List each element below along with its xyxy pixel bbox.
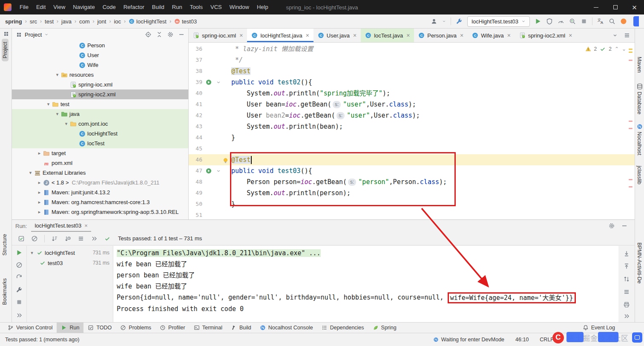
menu-help[interactable]: Help: [253, 0, 272, 14]
editor-tab-lochighttest-java[interactable]: ClocHightTest.java×: [247, 29, 313, 42]
project-row-external-libraries[interactable]: ▾External Libraries: [12, 168, 188, 178]
chevron-expanded-icon[interactable]: ▾: [45, 101, 52, 107]
breadcrumb-test[interactable]: test: [45, 18, 54, 25]
database-icon[interactable]: [636, 83, 643, 90]
chevron-collapsed-icon[interactable]: ▸: [36, 150, 43, 156]
test-tree-row-lochighttest[interactable]: ▾locHightTest731 ms: [27, 248, 113, 258]
test-options-icon[interactable]: [78, 235, 84, 242]
code-line-50[interactable]: 50 }: [189, 199, 635, 210]
fold-marker-icon[interactable]: [214, 165, 223, 176]
project-row-maven-org-springframework-spring-aop-5-3-10-rel[interactable]: ▸Maven: org.springframework:spring-aop:5…: [12, 207, 188, 217]
collapse-all-icon[interactable]: [156, 31, 163, 38]
toolwindow-button-nocalhost-console[interactable]: Nocalhost Console: [256, 323, 317, 333]
next-problem-icon[interactable]: ⌄: [622, 46, 626, 52]
toolwindow-button-problems[interactable]: Problems: [116, 323, 155, 333]
code-line-46[interactable]: 46 @Test: [189, 154, 635, 165]
tool-strip-bpmn[interactable]: BPMN-Activiti-De: [636, 242, 642, 284]
toolwindow-button-todo[interactable]: TODO: [83, 323, 116, 333]
menu-code[interactable]: Code: [99, 0, 120, 14]
breadcrumb-lochighttest[interactable]: ClocHightTest: [129, 18, 167, 25]
locate-file-icon[interactable]: [145, 31, 152, 38]
close-tab-icon[interactable]: ×: [507, 32, 511, 39]
run-tab[interactable]: locHightTest.test03 ×: [31, 220, 91, 232]
tool-windows-icon[interactable]: [3, 30, 9, 37]
breadcrumb-test03[interactable]: mtest03: [174, 18, 197, 25]
code-line-47[interactable]: 47 public void test03(){: [189, 165, 635, 176]
close-window-button[interactable]: ✕: [625, 0, 644, 14]
editor-tab-person-java[interactable]: CPerson.java×: [414, 29, 468, 42]
breadcrumb-spring[interactable]: spring: [5, 18, 22, 25]
close-tab-icon[interactable]: ×: [353, 32, 356, 39]
minimize-window-button[interactable]: [586, 0, 606, 14]
test-settings-icon[interactable]: [16, 286, 23, 293]
toolwindow-button-build[interactable]: Build: [227, 323, 256, 333]
menu-build[interactable]: Build: [148, 0, 168, 14]
editor-options-icon[interactable]: [624, 32, 630, 39]
run-configuration-selector[interactable]: locHightTest.test03: [467, 16, 530, 27]
project-row-1-8[interactable]: ▸J< 1.8 >C:\Program Files\Java\jdk1.8.0_…: [12, 178, 188, 187]
tool-strip-nocalhost[interactable]: Nocalhost: [636, 132, 642, 156]
more-icon[interactable]: [623, 313, 630, 320]
toolwindow-button-version-control[interactable]: Version Control: [3, 323, 57, 333]
translate-plugin-chip[interactable]: [633, 16, 639, 26]
project-row-pom-xml[interactable]: mpom.xml: [12, 158, 188, 168]
project-row-user[interactable]: CUser: [12, 50, 188, 60]
stripe-mark[interactable]: [629, 128, 632, 129]
maximize-window-button[interactable]: [606, 0, 625, 14]
project-panel-title[interactable]: Project: [25, 32, 42, 38]
project-view-icon[interactable]: [15, 31, 22, 38]
code-editor[interactable]: 36 * lazy-init 懒加载设置37 */38 @Test39 publ…: [189, 43, 635, 219]
tool-strip-maven[interactable]: Maven: [636, 57, 642, 73]
editor-tab-wife-java[interactable]: CWife.java×: [468, 29, 515, 42]
gear-icon[interactable]: [167, 31, 174, 38]
chevron-collapsed-icon[interactable]: ▸: [36, 190, 43, 195]
code-line-43[interactable]: 43 System.out.println(bean);: [189, 121, 635, 132]
tool-strip-database[interactable]: Database: [636, 92, 642, 115]
nocalhost-icon[interactable]: [636, 123, 643, 130]
plugin-orange-icon[interactable]: [620, 18, 627, 25]
close-tab-icon[interactable]: ×: [84, 222, 88, 229]
test-tree-row-test03[interactable]: test03731 ms: [27, 258, 113, 268]
code-line-37[interactable]: 37 */: [189, 55, 635, 66]
run-anything-icon[interactable]: [569, 18, 576, 25]
stripe-mark[interactable]: [629, 121, 632, 122]
chevron-down-icon[interactable]: [44, 31, 49, 38]
stripe-warning-mark[interactable]: [629, 52, 632, 53]
soft-wrap-icon[interactable]: [623, 288, 630, 295]
build-wrench-icon[interactable]: [456, 18, 463, 25]
run-test-gutter-icon[interactable]: [203, 165, 214, 176]
stripe-warning-mark[interactable]: [629, 49, 632, 50]
stripe-mark[interactable]: [629, 60, 632, 61]
project-row-java[interactable]: ▾java: [12, 109, 188, 119]
show-ignored-icon[interactable]: [31, 235, 38, 242]
run-button[interactable]: [535, 18, 541, 25]
breadcrumb-com[interactable]: com: [79, 18, 90, 25]
close-tab-icon[interactable]: ×: [306, 32, 309, 39]
project-row-test[interactable]: ▾test: [12, 99, 188, 109]
run-test-gutter-icon[interactable]: [203, 77, 214, 88]
code-line-39[interactable]: 39 public void test02(){: [189, 77, 635, 88]
toolwindow-button-dependencies[interactable]: Dependencies: [317, 323, 368, 333]
tool-strip-project[interactable]: Project: [2, 39, 9, 61]
translate-icon[interactable]: 文A: [597, 18, 604, 25]
menu-tools[interactable]: Tools: [186, 0, 207, 14]
inspections-widget[interactable]: 2 2 ⌃ ⌄: [584, 46, 628, 52]
project-row-spring-ioc2-xml[interactable]: spring-ioc2.xml: [12, 89, 188, 99]
editor-tab-loctest-java[interactable]: ClocTest.java×: [361, 29, 414, 42]
prev-problem-icon[interactable]: ⌃: [615, 46, 619, 52]
code-line-45[interactable]: 45: [189, 143, 635, 154]
close-tab-icon[interactable]: ×: [460, 32, 463, 39]
breadcrumb-java[interactable]: java: [61, 18, 72, 25]
close-tab-icon[interactable]: ×: [239, 32, 243, 39]
more-icon[interactable]: [16, 312, 23, 319]
project-row-person[interactable]: CPerson: [12, 40, 188, 50]
hide-panel-icon[interactable]: [178, 31, 185, 38]
run-console[interactable]: "C:\Program Files\Java\jdk1.8.0_211\bin\…: [113, 246, 618, 322]
tool-strip-structure[interactable]: Structure: [2, 234, 8, 256]
editor-tab-spring-ioc-xml[interactable]: spring-ioc.xml×: [189, 29, 247, 42]
toolwindow-button-terminal[interactable]: Terminal: [190, 323, 227, 333]
chevron-expanded-icon[interactable]: ▾: [54, 111, 61, 117]
project-row-com-jont-ioc[interactable]: ▾com.jont.ioc: [12, 119, 188, 129]
breadcrumb-jont[interactable]: jont: [97, 18, 106, 25]
project-row-resources[interactable]: ▾resources: [12, 70, 188, 80]
